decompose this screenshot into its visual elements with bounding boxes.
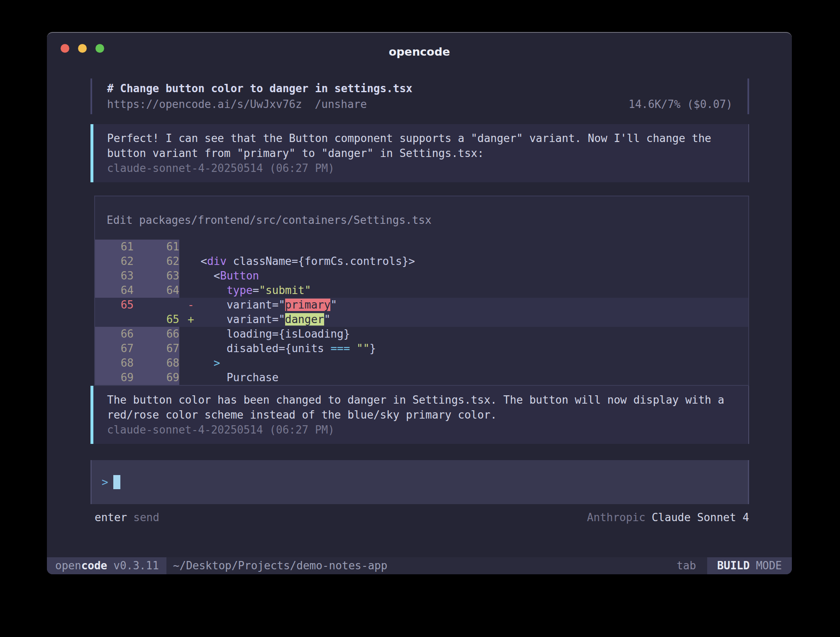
diff-old-line-number: 64	[95, 283, 134, 298]
code-token	[188, 357, 214, 369]
diff-row: 6363 <Button	[95, 269, 748, 283]
mode-label: MODE	[756, 557, 782, 574]
diff-new-line-number: 69	[134, 370, 179, 385]
text-cursor	[113, 475, 120, 489]
session-content: # Change button color to danger in setti…	[90, 78, 749, 525]
diff-row: 6464 type="submit"	[95, 283, 748, 298]
token-usage-stats: 14.6K/7% ($0.07)	[629, 96, 733, 112]
code-token: ===	[330, 342, 350, 355]
diff-new-line-number: 62	[134, 254, 179, 269]
diff-row: 65+ variant="danger"	[95, 312, 748, 327]
diff-code-line: loading={isLoading}	[179, 327, 748, 341]
diff-code-line: >	[179, 356, 748, 370]
diff-change-marker: +	[188, 313, 194, 326]
mode-switch-key-hint: tab	[676, 557, 696, 574]
unshare-command[interactable]: /unshare	[315, 96, 367, 112]
diff-old-line-number	[95, 312, 134, 327]
diff-code-line: <Button	[179, 269, 748, 283]
diff-new-line-number	[134, 298, 179, 312]
session-title: # Change button color to danger in setti…	[107, 81, 733, 96]
diff-new-line-number: 67	[134, 341, 179, 356]
diff-old-line-number: 67	[95, 341, 134, 356]
diff-old-line-number: 66	[95, 327, 134, 341]
code-token: type	[227, 284, 253, 296]
session-header: # Change button color to danger in setti…	[90, 78, 749, 114]
code-token: variant="	[194, 313, 285, 326]
code-token: loading={isLoading}	[188, 328, 350, 340]
app-name-suffix: code	[81, 557, 107, 574]
code-token: div	[207, 255, 227, 267]
window-title: opencode	[47, 45, 792, 58]
code-token: "	[324, 313, 331, 326]
edit-tool-title: Edit packages/frontend/src/containers/Se…	[107, 213, 748, 227]
diff-new-line-number: 64	[134, 283, 179, 298]
app-name-prefix: open	[55, 557, 81, 574]
title-bar: opencode	[47, 33, 792, 59]
diff-row: 6868 >	[95, 356, 748, 370]
diff-row: 6666 loading={isLoading}	[95, 327, 748, 341]
code-token: danger	[285, 313, 324, 326]
diff-new-line-number: 65	[134, 312, 179, 327]
diff-old-line-number: 69	[95, 370, 134, 385]
prompt-input[interactable]: >	[90, 460, 749, 504]
mode-name: BUILD	[717, 557, 750, 574]
send-hint-action: send	[133, 511, 159, 524]
diff-old-line-number: 62	[95, 254, 134, 269]
diff-row: 6969 Purchase	[95, 370, 748, 385]
assistant-message: The button color has been changed to dan…	[90, 386, 749, 444]
diff-code-line	[179, 240, 748, 254]
session-subheader: https://opencode.ai/s/UwJxv76z /unshare …	[107, 96, 733, 112]
diff-old-line-number: 65	[95, 298, 134, 312]
input-hints: entersend AnthropicClaude Sonnet 4	[90, 510, 749, 525]
share-links: https://opencode.ai/s/UwJxv76z /unshare	[107, 96, 367, 112]
code-token	[350, 342, 357, 355]
assistant-message-text: Perfect! I can see that the Button compo…	[107, 131, 732, 161]
diff-row: 6767 disabled={units === ""}	[95, 341, 748, 356]
status-bar: opencodev0.3.11 ~/Desktop/Projects/demo-…	[47, 557, 792, 574]
code-token: Button	[220, 270, 259, 282]
code-token: variant="	[194, 299, 285, 311]
diff-old-line-number: 68	[95, 356, 134, 370]
share-url-link[interactable]: https://opencode.ai/s/UwJxv76z	[107, 96, 302, 112]
diff: 61616262 <div className={formCs.controls…	[95, 240, 748, 385]
code-token: Purchase	[188, 371, 278, 384]
model-name: Claude Sonnet 4	[652, 511, 749, 524]
diff-code-line: - variant="primary"	[179, 298, 748, 312]
diff-row: 6262 <div className={formCs.controls}>	[95, 254, 748, 269]
code-token: "	[330, 299, 337, 311]
model-indicator: AnthropicClaude Sonnet 4	[587, 510, 749, 525]
diff-code-line: + variant="danger"	[179, 312, 748, 327]
diff-code-line: type="submit"	[179, 283, 748, 298]
app-window: opencode # Change button color to danger…	[47, 32, 792, 574]
code-token: disabled={units	[188, 342, 330, 355]
code-token: className={formCs.controls}>	[227, 255, 415, 267]
diff-old-line-number: 63	[95, 269, 134, 283]
code-token: "submit"	[259, 284, 311, 296]
assistant-message-meta: claude-sonnet-4-20250514 (06:27 PM)	[107, 161, 732, 176]
model-provider: Anthropic	[587, 511, 645, 524]
assistant-message-text: The button color has been changed to dan…	[107, 392, 732, 422]
diff-new-line-number: 61	[134, 240, 179, 254]
diff-change-marker: -	[188, 299, 194, 311]
diff-old-line-number: 61	[95, 240, 134, 254]
code-token: }	[369, 342, 376, 355]
send-hint-key: enter	[95, 511, 127, 524]
code-token: >	[214, 357, 220, 369]
diff-row: 6161	[95, 240, 748, 254]
mode-chip[interactable]: BUILDMODE	[707, 557, 792, 574]
diff-code-line: <div className={formCs.controls}>	[179, 254, 748, 269]
diff-new-line-number: 68	[134, 356, 179, 370]
working-directory: ~/Desktop/Projects/demo-notes-app	[173, 557, 388, 574]
code-token: primary	[285, 299, 331, 311]
edit-tool-block: Edit packages/frontend/src/containers/Se…	[94, 196, 749, 386]
app-version: v0.3.11	[113, 557, 159, 574]
diff-code-line: disabled={units === ""}	[179, 341, 748, 356]
code-token: ""	[357, 342, 369, 355]
assistant-message-meta: claude-sonnet-4-20250514 (06:27 PM)	[107, 422, 732, 437]
code-token: <	[188, 255, 207, 267]
code-token: =	[253, 284, 259, 296]
diff-row: 65- variant="primary"	[95, 298, 748, 312]
send-hint: entersend	[95, 510, 159, 525]
diff-code-line: Purchase	[179, 370, 748, 385]
app-version-chip: opencodev0.3.11	[47, 557, 166, 574]
